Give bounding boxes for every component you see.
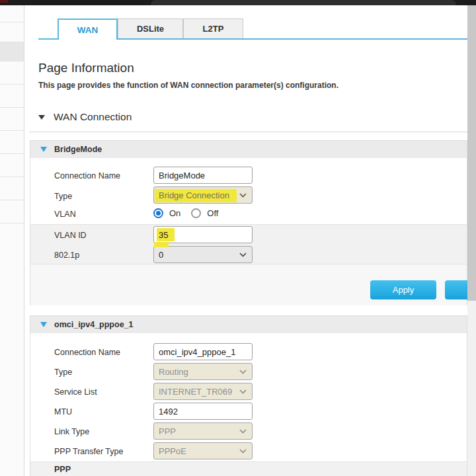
vlan-id-input[interactable] (153, 226, 253, 243)
link-type-select-disabled: PPP (153, 422, 253, 440)
service-list-select-disabled: INTERNET_TR069 (153, 383, 253, 400)
connection-name-input[interactable] (153, 167, 253, 184)
scrollbar-thumb[interactable] (467, 5, 476, 301)
service-list-select-value: INTERNET_TR069 (159, 387, 237, 397)
mtu-label: MTU (54, 407, 72, 416)
router-admin-page: WAN DSLite L2TP Page Information This pa… (0, 0, 476, 476)
vlan-on-label: On (169, 208, 180, 218)
panel-title: BridgeMode (54, 145, 102, 154)
connection-name-label: Connection Name (54, 171, 120, 180)
ppp-transfer-type-select-value: PPPoE (159, 446, 237, 456)
tab-wan-label: WAN (77, 25, 99, 35)
sidebar-selected-item[interactable] (0, 42, 24, 61)
type-label: Type (54, 192, 72, 201)
window-top-bar (0, 0, 476, 5)
sidebar-row-divider (0, 84, 24, 85)
vlan-off-radio[interactable] (191, 208, 201, 218)
sidebar-menu-edge[interactable] (0, 5, 24, 476)
vlan-label: VLAN (54, 210, 76, 219)
page-description: This page provides the function of WAN c… (38, 81, 338, 90)
chevron-down-icon (239, 449, 247, 454)
panel-omci-header[interactable]: omci_ipv4_pppoe_1 (30, 316, 467, 333)
tab-dslite[interactable]: DSLite (118, 19, 183, 38)
chevron-down-icon (239, 429, 247, 434)
type-label: Type (54, 368, 72, 377)
sidebar-row-divider (0, 42, 24, 42)
wan-connection-section-header[interactable]: WAN Connection (38, 111, 132, 123)
vlan-id-label: VLAN ID (54, 231, 87, 240)
tab-l2tp-label: L2TP (203, 24, 224, 34)
window-corner-accent (0, 0, 8, 3)
type-select: Bridge Connection (153, 186, 253, 204)
chevron-down-icon (239, 253, 247, 257)
ppp-transfer-type-select-disabled: PPPoE (153, 442, 253, 459)
dot1p-label: 802.1p (54, 251, 79, 260)
vlan-on-radio[interactable] (153, 208, 163, 218)
dot1p-select-value: 0 (159, 250, 237, 260)
apply-button-label: Apply (393, 285, 415, 295)
panel-bridgemode-header[interactable]: BridgeMode (30, 141, 467, 158)
type-select-disabled: Routing (153, 363, 253, 380)
type-select-value: Bridge Connection (159, 190, 237, 200)
panel-title: omci_ipv4_pppoe_1 (54, 320, 134, 329)
browser-tab-strip (151, 0, 456, 5)
sidebar-row-divider (0, 153, 24, 154)
sidebar-row-divider (0, 107, 24, 108)
chevron-down-icon (239, 370, 247, 374)
mtu-input[interactable] (153, 403, 253, 420)
panel-ppp-band (30, 461, 467, 476)
sidebar-row-divider (0, 130, 24, 131)
service-list-label: Service List (54, 387, 97, 397)
tab-dslite-label: DSLite (137, 24, 164, 34)
vlan-radio-group: On Off (153, 208, 223, 218)
chevron-down-icon (239, 389, 247, 394)
sidebar-row-divider (0, 61, 24, 61)
connection-name-input[interactable] (153, 343, 253, 360)
page-title: Page Information (38, 61, 134, 75)
type-select-value: Routing (159, 367, 237, 377)
tab-wan[interactable]: WAN (58, 19, 118, 40)
link-type-select-value: PPP (159, 426, 237, 436)
link-type-label: Link Type (54, 427, 89, 436)
sidebar-row-divider (0, 200, 24, 200)
sidebar-row-divider (0, 223, 24, 223)
ppp-subsection-label: PPP (54, 465, 71, 474)
dot1p-select[interactable]: 0 (153, 246, 253, 263)
scrollbar-track[interactable] (467, 5, 476, 476)
collapse-triangle-icon (40, 147, 47, 152)
yellow-highlight-tail (154, 242, 169, 247)
connection-name-label: Connection Name (54, 348, 120, 357)
collapse-triangle-icon (40, 322, 47, 327)
sidebar-row-divider (0, 177, 24, 177)
collapse-triangle-icon (38, 115, 45, 120)
sidebar-row-divider (0, 22, 24, 22)
section-title: WAN Connection (54, 111, 132, 123)
ppp-transfer-type-label: PPP Transfer Type (54, 447, 123, 456)
apply-button[interactable]: Apply (370, 280, 436, 299)
tab-l2tp[interactable]: L2TP (183, 19, 243, 38)
chevron-down-icon (239, 193, 247, 198)
vlan-off-label: Off (207, 208, 218, 218)
section-divider (30, 132, 467, 132)
